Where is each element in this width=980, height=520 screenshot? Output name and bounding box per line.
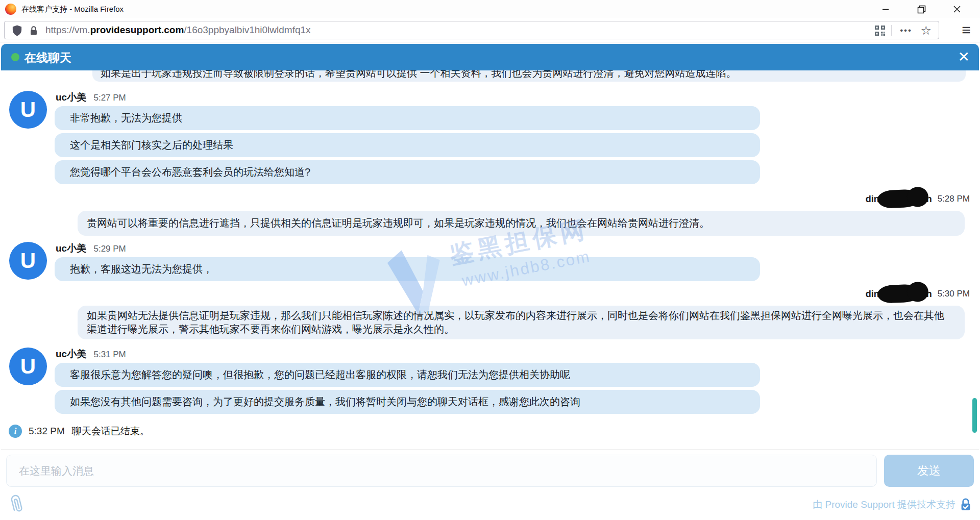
window-title: 在线客户支持 - Mozilla Firefox [21, 5, 124, 14]
url-path: /16o3ppbyalbiv1hi0lwldmfq1x [184, 24, 310, 35]
info-icon: i [9, 425, 22, 438]
redaction-scribble [877, 189, 921, 209]
message-time: 5:28 PM [938, 194, 970, 204]
attachment-icon[interactable] [7, 492, 27, 517]
page-actions-icon[interactable]: ••• [900, 22, 912, 39]
message-bubble: 这个是相关部门核实之后的处理结果 [55, 133, 760, 157]
message-meta: uc小美 5:27 PM [55, 91, 979, 102]
chat-header: 在线聊天 ✕ [1, 44, 979, 70]
message-bubble-clipped: 如果是出于玩家违规投注而导致被限制登录的话，希望贵网站可以提供 一个相关资料，我… [92, 70, 966, 82]
agent-avatar: U [9, 348, 47, 385]
restore-button[interactable] [910, 2, 933, 16]
scrollbar-thumb[interactable] [972, 398, 977, 433]
message-bubble: 抱歉，客服这边无法为您提供， [55, 257, 760, 281]
nav-bar: https://vm.providesupport.com/16o3ppbyal… [0, 18, 980, 42]
url-text[interactable]: https://vm.providesupport.com/16o3ppbyal… [45, 24, 311, 36]
chat-close-icon[interactable]: ✕ [958, 48, 970, 65]
message-meta: uc小美 5:31 PM [55, 348, 979, 359]
message-time: 5:29 PM [93, 244, 126, 254]
message-time: 5:27 PM [93, 93, 126, 103]
message-bubble: 客服很乐意为您解答您的疑问噢，但很抱歉，您的问题已经超出客服的权限，请恕我们无法… [55, 363, 760, 387]
close-icon [953, 5, 961, 13]
message-meta: uc小美 5:29 PM [55, 242, 979, 253]
agent-name: uc小美 [56, 92, 86, 103]
powered-by-text: 由 Provide Support 提供技术支持 [813, 498, 955, 511]
qr-code-icon[interactable] [874, 25, 886, 38]
menu-icon[interactable]: ≡ [959, 23, 974, 37]
message-time: 5:32 PM [29, 426, 65, 437]
system-message-text: 聊天会话已结束。 [72, 425, 150, 438]
firefox-window: 在线客户支持 - Mozilla Firefox [0, 0, 980, 520]
message-bubble: 如果您没有其他问题需要咨询，为了更好的提交服务质量，我们将暂时关闭与您的聊天对话… [55, 390, 760, 414]
agent-avatar: U [9, 242, 47, 280]
message-group-agent: U uc小美 5:27 PM 非常抱歉，无法为您提供 这个是相关部门核实之后的处… [1, 91, 979, 184]
message-text: 如果是出于玩家违规投注而导致被限制登录的话，希望贵网站可以提供 一个相关资料，我… [92, 70, 966, 81]
message-group-agent: U uc小美 5:29 PM 抱歉，客服这边无法为您提供， [1, 242, 979, 281]
agent-name: uc小美 [56, 349, 86, 359]
url-bar[interactable]: https://vm.providesupport.com/16o3ppbyal… [4, 21, 939, 39]
chat-title: 在线聊天 [24, 50, 71, 66]
online-status-dot [11, 53, 19, 61]
visitor-name-redacted: dinggan [865, 191, 933, 207]
agent-name: uc小美 [56, 243, 86, 254]
url-domain: providesupport.com [90, 24, 184, 35]
message-meta: dinggan 5:28 PM [1, 190, 979, 208]
message-bubble: 非常抱歉，无法为您提供 [55, 106, 760, 130]
system-message: i 5:32 PM 聊天会话已结束。 [1, 424, 979, 438]
chat-window: 在线聊天 ✕ 如果是出于玩家违规投注而导致被限制登录的话，希望贵网站可以提供 一… [1, 44, 979, 520]
message-group-agent: U uc小美 5:31 PM 客服很乐意为您解答您的疑问噢，但很抱歉，您的问题已… [1, 348, 979, 414]
message-time: 5:30 PM [938, 289, 970, 299]
connection-lock-icon[interactable] [28, 24, 39, 39]
redaction-scribble [877, 284, 921, 304]
urlbar-separator [891, 25, 892, 36]
powered-by[interactable]: 由 Provide Support 提供技术支持 [813, 498, 972, 512]
secure-lock-icon [960, 498, 972, 512]
message-time: 5:31 PM [93, 350, 126, 359]
message-input[interactable] [6, 455, 877, 487]
bookmark-star-icon[interactable]: ☆ [920, 21, 932, 40]
visitor-name-redacted: dinggan [865, 286, 933, 302]
agent-avatar: U [9, 91, 47, 129]
url-scheme: https://vm. [45, 24, 90, 35]
firefox-logo-icon [5, 4, 16, 15]
minimize-icon [881, 5, 890, 13]
minimize-button[interactable] [874, 2, 897, 16]
title-bar: 在线客户支持 - Mozilla Firefox [0, 0, 980, 18]
message-group-visitor: dinggan 5:30 PM 如果贵网站无法提供信息证明是玩家违规，那么我们只… [1, 285, 979, 339]
message-group-visitor: dinggan 5:28 PM 贵网站可以将重要的信息进行遮挡，只提供相关的信息… [1, 190, 979, 236]
tracking-shield-icon[interactable] [11, 24, 23, 39]
chat-input-area: 发送 由 Provide Support 提供技术支持 [1, 449, 979, 520]
restore-icon [917, 5, 926, 14]
close-window-button[interactable] [945, 2, 969, 16]
send-button[interactable]: 发送 [884, 455, 974, 487]
chat-message-list[interactable]: 如果是出于玩家违规投注而导致被限制登录的话，希望贵网站可以提供 一个相关资料，我… [1, 70, 979, 449]
message-meta: dinggan 5:30 PM [1, 285, 979, 303]
message-bubble: 贵网站可以将重要的信息进行遮挡，只提供相关的信息证明是玩家违规即可，如果是玩家违… [78, 211, 965, 236]
message-bubble: 如果贵网站无法提供信息证明是玩家违规，那么我们只能相信玩家陈述的情况属实，以玩家… [78, 306, 965, 339]
message-bubble: 您觉得哪个平台会公布恶意套利会员的玩法给您知道? [55, 160, 760, 184]
